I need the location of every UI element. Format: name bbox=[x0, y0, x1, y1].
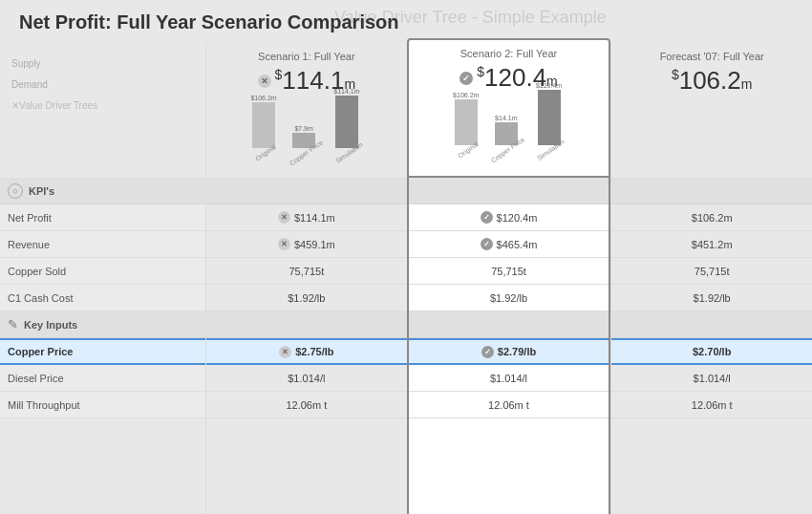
s2-revenue: ✓ $465.4m bbox=[409, 231, 609, 258]
row-labels: ○ KPI's Net Profit Revenue Copper Sold C… bbox=[0, 178, 205, 514]
scenario1-status-icon: ✕ bbox=[258, 75, 271, 88]
s2-copper-price-icon: ✓ bbox=[481, 346, 494, 358]
kpis-icon: ○ bbox=[8, 183, 23, 199]
s1-key-inputs-header bbox=[206, 311, 407, 338]
sidebar-item-value-driver-trees[interactable]: ✕ Value Driver Trees bbox=[8, 95, 194, 116]
scenario1-data-col: ✕ $114.1m ✕ $459.1m 75,715t $1.92/lb ✕ $… bbox=[205, 178, 407, 514]
s1-net-profit-icon: ✕ bbox=[278, 211, 290, 224]
f-kpis-header bbox=[611, 178, 812, 204]
s1-copper-sold: 75,715t bbox=[206, 258, 407, 285]
s2-net-profit-icon: ✓ bbox=[481, 211, 493, 224]
scenario2-data-col: ✓ $120.4m ✓ $465.4m 75,715t $1.92/lb ✓ $… bbox=[407, 178, 611, 514]
row-label-mill-throughput: Mill Throughput bbox=[0, 392, 205, 418]
sidebar-item-supply[interactable]: Supply bbox=[8, 53, 194, 74]
row-label-net-profit: Net Profit bbox=[0, 204, 205, 231]
f-copper-price: $2.70/lb bbox=[611, 338, 812, 365]
scenario1-chart: $106.2m Original $7.9m Copper Price $114… bbox=[211, 101, 402, 170]
s2-net-profit: ✓ $120.4m bbox=[409, 204, 609, 231]
f-mill-throughput: 12.06m t bbox=[611, 392, 812, 418]
s1-diesel-price: $1.014/l bbox=[206, 365, 407, 392]
s1-net-profit: ✕ $114.1m bbox=[206, 204, 407, 231]
s1-copper-price-icon: ✕ bbox=[279, 346, 291, 358]
sidebar: Supply Demand ✕ Value Driver Trees bbox=[8, 53, 194, 116]
s2-mill-throughput: 12.06m t bbox=[409, 392, 609, 418]
s2-diesel-price: $1.014/l bbox=[409, 365, 609, 392]
row-label-c1-cash-cost: C1 Cash Cost bbox=[0, 285, 205, 311]
s2-kpis-header bbox=[409, 178, 609, 204]
scenario2-chart: $106.2m Original $14.1m Copper Price $12… bbox=[414, 98, 605, 167]
s1-c1-cash-cost: $1.92/lb bbox=[206, 285, 407, 311]
s2-key-inputs-header bbox=[409, 311, 609, 338]
key-inputs-section-header: ✎ Key Inputs bbox=[0, 311, 205, 338]
forecast-value: $106.2m bbox=[672, 66, 753, 96]
scenario2-status-icon: ✓ bbox=[459, 72, 473, 85]
kpis-label: KPI's bbox=[29, 185, 54, 197]
key-inputs-icon: ✎ bbox=[8, 317, 18, 332]
row-label-copper-price: Copper Price bbox=[0, 338, 205, 365]
f-c1-cash-cost: $1.92/lb bbox=[611, 285, 812, 311]
s1-revenue: ✕ $459.1m bbox=[206, 231, 407, 258]
s2-copper-price: ✓ $2.79/lb bbox=[409, 338, 609, 365]
kpis-section-header: ○ KPI's bbox=[0, 178, 205, 204]
s1-revenue-icon: ✕ bbox=[278, 238, 290, 250]
f-copper-sold: 75,715t bbox=[611, 258, 812, 285]
key-inputs-label: Key Inputs bbox=[24, 319, 77, 331]
data-table: ○ KPI's Net Profit Revenue Copper Sold C… bbox=[0, 178, 812, 514]
s1-kpis-header bbox=[206, 178, 407, 204]
row-label-copper-sold: Copper Sold bbox=[0, 258, 205, 285]
scenario2-title: Scenario 2: Full Year bbox=[414, 48, 605, 59]
scenario1-header: Scenario 1: Full Year ✕ $114.1m $106.2m … bbox=[205, 43, 407, 178]
f-revenue: $451.2m bbox=[611, 231, 812, 258]
s2-c1-cash-cost: $1.92/lb bbox=[409, 285, 609, 311]
s2-copper-sold: 75,715t bbox=[409, 258, 609, 285]
forecast-title: Forecast '07: Full Year bbox=[616, 51, 807, 62]
scenario1-title: Scenario 1: Full Year bbox=[211, 51, 402, 62]
sidebar-item-demand[interactable]: Demand bbox=[8, 74, 194, 95]
forecast-header: Forecast '07: Full Year $106.2m bbox=[610, 43, 812, 178]
f-diesel-price: $1.014/l bbox=[611, 365, 812, 392]
f-net-profit: $106.2m bbox=[611, 204, 812, 231]
row-label-diesel-price: Diesel Price bbox=[0, 365, 205, 392]
s1-mill-throughput: 12.06m t bbox=[206, 392, 407, 418]
s2-revenue-icon: ✓ bbox=[481, 238, 493, 250]
f-key-inputs-header bbox=[611, 311, 812, 338]
scenario2-header: Scenario 2: Full Year ✓ $120.4m $106.2m … bbox=[407, 38, 611, 178]
s1-copper-price: ✕ $2.75/lb bbox=[206, 338, 407, 365]
row-label-revenue: Revenue bbox=[0, 231, 205, 258]
forecast-data-col: $106.2m $451.2m 75,715t $1.92/lb $2.70/l… bbox=[610, 178, 812, 514]
